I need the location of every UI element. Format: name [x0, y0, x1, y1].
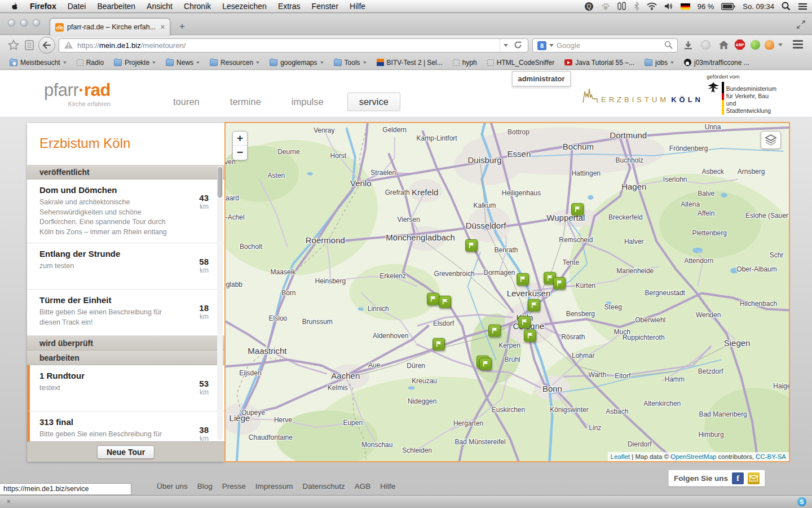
- bookmark-item[interactable]: HTML_CodeSniffer: [482, 59, 560, 67]
- tour-section-header[interactable]: wird überprüft: [27, 335, 224, 351]
- tour-marker-icon[interactable]: [465, 239, 478, 251]
- capsule-icon[interactable]: [617, 2, 626, 11]
- addonbar-close-icon[interactable]: ×: [7, 498, 10, 505]
- footer-link[interactable]: Über uns: [157, 482, 188, 491]
- menubar-item[interactable]: Lesezeichen: [217, 2, 272, 11]
- bluetooth-icon[interactable]: [634, 2, 639, 11]
- tour-marker-icon[interactable]: [518, 316, 531, 328]
- bookmark-item[interactable]: BITV-Test 2 | Sel...: [372, 59, 448, 67]
- bookmark-item[interactable]: Resourcen: [205, 59, 264, 67]
- footer-link[interactable]: AGB: [355, 482, 371, 491]
- bookmark-item[interactable]: Radio: [72, 59, 109, 67]
- tour-marker-icon[interactable]: [439, 295, 451, 308]
- menubar-item[interactable]: Datei: [62, 2, 92, 11]
- downloads-icon[interactable]: [683, 41, 693, 52]
- tour-marker-icon[interactable]: [553, 277, 566, 290]
- footer-link[interactable]: Impressum: [255, 482, 293, 491]
- email-icon[interactable]: [748, 472, 760, 484]
- license-link[interactable]: CC-BY-SA: [756, 453, 786, 460]
- tour-marker-icon[interactable]: [528, 299, 540, 311]
- menubar-item[interactable]: Extras: [272, 2, 306, 11]
- menubar-item[interactable]: Hilfe: [344, 2, 371, 11]
- q-icon[interactable]: Q: [584, 2, 594, 11]
- tour-marker-icon[interactable]: [488, 324, 501, 336]
- bookmark-item[interactable]: Java Tutorial 55 –...: [559, 59, 639, 67]
- fullscreen-icon[interactable]: [797, 20, 805, 31]
- new-tab-button[interactable]: +: [179, 21, 185, 32]
- search-bar[interactable]: 8 Google: [532, 38, 678, 52]
- tour-marker-icon[interactable]: [517, 273, 529, 285]
- sidebar-scrollbar[interactable]: [217, 166, 223, 440]
- window-zoom-button[interactable]: [33, 19, 40, 27]
- tour-marker-icon[interactable]: [433, 338, 445, 350]
- notification-center-icon[interactable]: [798, 3, 807, 10]
- bookmark-item[interactable]: hyph: [448, 59, 482, 67]
- browser-tab[interactable]: pfarr-rad.de – Kirche erfah... ×: [50, 18, 170, 36]
- bookmark-star-icon[interactable]: [8, 40, 19, 52]
- tour-list-item[interactable]: Entlang der Strunde zum testen 58 km: [27, 243, 224, 290]
- wifi-icon[interactable]: [647, 2, 657, 10]
- tour-section-header[interactable]: bearbeiten: [27, 350, 224, 365]
- menu-hamburger-icon[interactable]: [793, 38, 803, 50]
- map-container[interactable]: VenrayGeldernKamp-LintfortBottropDortmun…: [224, 122, 790, 462]
- site-logo[interactable]: pfarr·rad Kirche erfahren: [44, 80, 111, 107]
- bookmark-item[interactable]: News: [161, 59, 205, 67]
- zoom-in-button[interactable]: +: [233, 132, 247, 146]
- skype-icon[interactable]: S: [797, 497, 806, 506]
- tour-list-item[interactable]: Türme der Einheit Bitte geben Sie einen …: [27, 290, 224, 336]
- osm-link[interactable]: OpenStreetMap: [670, 453, 716, 460]
- green-extension-icon[interactable]: [751, 40, 760, 50]
- nav-link[interactable]: touren: [166, 93, 206, 111]
- nav-link[interactable]: termine: [223, 93, 268, 111]
- menubar-item[interactable]: Bearbeiten: [91, 2, 141, 11]
- paw-icon[interactable]: [601, 2, 610, 11]
- footer-link[interactable]: Blog: [197, 482, 213, 491]
- firebug-extension-icon[interactable]: [765, 40, 774, 50]
- tour-marker-icon[interactable]: [479, 358, 492, 370]
- tour-marker-icon[interactable]: [427, 293, 439, 305]
- battery-icon[interactable]: [721, 3, 735, 10]
- bookmark-item[interactable]: jobs: [639, 59, 679, 67]
- scrollbar-thumb[interactable]: [218, 167, 222, 198]
- warning-icon[interactable]: [64, 41, 73, 51]
- search-engine-caret-icon[interactable]: [549, 44, 554, 47]
- reload-icon[interactable]: [514, 41, 522, 51]
- new-tour-button[interactable]: Neue Tour: [97, 445, 155, 459]
- reading-list-icon[interactable]: [25, 40, 34, 52]
- apple-icon[interactable]: [10, 2, 17, 11]
- tour-section-header[interactable]: veröffentlicht: [27, 165, 224, 179]
- nav-link[interactable]: impulse: [285, 93, 330, 111]
- facebook-icon[interactable]: f: [732, 472, 744, 484]
- nav-link[interactable]: service: [347, 93, 400, 111]
- home-icon[interactable]: [718, 40, 729, 52]
- tour-list-item[interactable]: 313 final Bitte geben Sie einen Beschrei…: [27, 411, 224, 441]
- keyboard-flag-icon[interactable]: [681, 3, 690, 10]
- tab-close-icon[interactable]: ×: [161, 23, 165, 31]
- tour-marker-icon[interactable]: [571, 203, 584, 215]
- menubar-item[interactable]: Chronik: [178, 2, 217, 11]
- back-button[interactable]: [38, 37, 55, 54]
- admin-dropdown[interactable]: administrator: [512, 71, 571, 86]
- menubar-clock[interactable]: So. 09:34: [743, 2, 774, 11]
- bookmark-item[interactable]: j03m/trafficcone ...: [679, 59, 754, 67]
- volume-icon[interactable]: [664, 2, 673, 10]
- bookmark-item[interactable]: Meistbesucht: [5, 59, 72, 67]
- tour-list-item[interactable]: 1 Rundtour testext 53 km: [27, 365, 224, 411]
- url-dropdown-caret-icon[interactable]: [504, 44, 508, 47]
- adblock-extension-icon[interactable]: ABP: [735, 40, 745, 50]
- footer-link[interactable]: Datenschutz: [303, 482, 345, 491]
- tab-groups-icon[interactable]: [701, 40, 710, 50]
- footer-link[interactable]: Hilfe: [380, 482, 395, 491]
- tour-marker-icon[interactable]: [524, 329, 536, 341]
- toolbar-overflow-caret-icon[interactable]: [778, 43, 783, 46]
- zoom-out-button[interactable]: −: [233, 146, 247, 160]
- bookmark-item[interactable]: Tools: [329, 59, 372, 67]
- window-close-button[interactable]: [8, 19, 15, 27]
- menubar-item[interactable]: Firefox: [24, 2, 62, 11]
- leaflet-link[interactable]: Leaflet: [611, 453, 630, 460]
- spotlight-icon[interactable]: [782, 2, 791, 11]
- footer-link[interactable]: Presse: [222, 482, 246, 491]
- map-layers-control[interactable]: [761, 131, 781, 149]
- menubar-item[interactable]: Ansicht: [141, 2, 178, 11]
- bookmark-item[interactable]: Projekte: [109, 59, 161, 67]
